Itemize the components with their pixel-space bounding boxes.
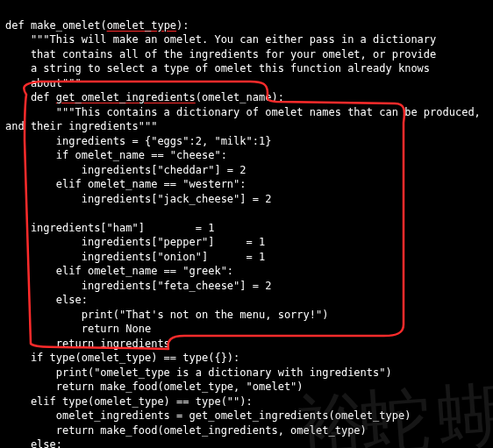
watermark: 裕蛇 蝴 PD bbox=[294, 383, 493, 448]
code-line: ingredients = {"eggs":2, "milk":1} bbox=[5, 135, 271, 147]
code-line: """This contains a dictionary of omelet … bbox=[5, 106, 481, 118]
code-line: ingredients["ham"] = 1 bbox=[5, 222, 214, 234]
code-line: a string to select a type of omelet this… bbox=[5, 62, 430, 75]
code-line: ingredients["feta_cheese"] = 2 bbox=[5, 280, 271, 292]
code-line: and their ingredients""" bbox=[5, 120, 157, 132]
code-line: def get_omelet_ingredients(omelet_name): bbox=[5, 91, 284, 103]
code-line: return None bbox=[5, 323, 151, 335]
code-line: elif type(omelet_type) == type(""): bbox=[5, 395, 253, 408]
code-line: ingredients["jack_cheese"] = 2 bbox=[5, 193, 271, 205]
underlined-inner-fn: get_omelet_ingredients bbox=[56, 91, 196, 103]
code-line: return ingredients bbox=[5, 338, 170, 350]
code-line: print("That's not on the menu, sorry!") bbox=[5, 309, 328, 321]
code-line: if omelet_name == "cheese": bbox=[5, 149, 227, 161]
code-line: ingredients["onion"] = 1 bbox=[5, 251, 265, 263]
code-line: return make_food(omelet_type, "omelet") bbox=[5, 380, 304, 393]
code-line: about""" bbox=[5, 77, 82, 89]
code-line: else: bbox=[5, 438, 62, 448]
code-line: else: bbox=[5, 294, 88, 306]
code-line: that contains all of the ingredients for… bbox=[5, 48, 436, 60]
code-line: elif omelet_name == "western": bbox=[5, 178, 246, 190]
code-line: def make_omelet(omelet_type): bbox=[5, 19, 189, 32]
code-line: print("omelet_type is a dictionary with … bbox=[5, 366, 392, 379]
code-line: ingredients["cheddar"] = 2 bbox=[5, 164, 246, 176]
code-line: if type(omelet_type) == type({}): bbox=[5, 352, 239, 364]
underlined-param: omelet_type bbox=[107, 19, 176, 32]
code-line: ingredients["pepper"] = 1 bbox=[5, 236, 265, 248]
code-line: elif omelet_name == "greek": bbox=[5, 265, 233, 277]
code-line: """This will make an omelet. You can eit… bbox=[5, 33, 436, 46]
